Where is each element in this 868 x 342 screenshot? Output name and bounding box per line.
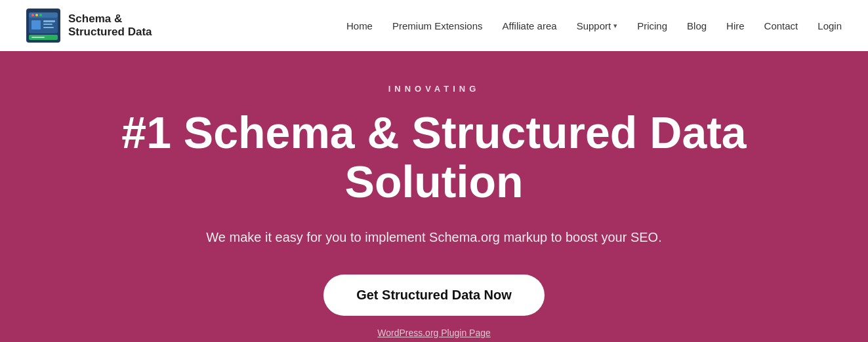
hero-title: #1 Schema & Structured Data Solution [73,108,795,206]
svg-point-5 [39,14,42,16]
get-structured-data-button[interactable]: Get Structured Data Now [323,275,545,316]
svg-rect-8 [43,24,52,25]
nav-item-blog[interactable]: Blog [687,20,707,31]
logo-text-line1: Schema & [68,12,152,26]
nav-item-contact[interactable]: Contact [764,20,798,31]
svg-point-4 [35,14,38,16]
svg-rect-7 [43,20,55,22]
wordpress-plugin-page-link[interactable]: WordPress.org Plugin Page [377,328,491,338]
nav-item-pricing[interactable]: Pricing [637,20,667,31]
nav-item-support[interactable]: Support ▾ [577,20,618,31]
support-chevron-down-icon: ▾ [613,22,617,30]
logo-text: Schema & Structured Data [68,12,152,39]
nav-item-affiliate-area[interactable]: Affiliate area [503,20,557,31]
hero-subtitle: We make it easy for you to implement Sch… [206,227,661,247]
logo-icon [26,9,60,43]
svg-point-3 [31,14,34,16]
nav-item-home[interactable]: Home [346,20,373,31]
svg-rect-11 [31,37,45,38]
nav-item-login[interactable]: Login [817,20,842,31]
hero-section: INNOVATING #1 Schema & Structured Data S… [0,51,868,342]
nav-item-premium-extensions[interactable]: Premium Extensions [392,20,483,31]
svg-rect-9 [43,27,54,28]
header: Schema & Structured Data Home Premium Ex… [0,0,868,51]
main-nav: Home Premium Extensions Affiliate area S… [346,20,842,31]
logo[interactable]: Schema & Structured Data [26,9,152,43]
logo-text-line2: Structured Data [68,26,152,39]
nav-item-hire[interactable]: Hire [726,20,745,31]
hero-tagline: INNOVATING [388,84,480,94]
svg-rect-6 [31,20,41,29]
